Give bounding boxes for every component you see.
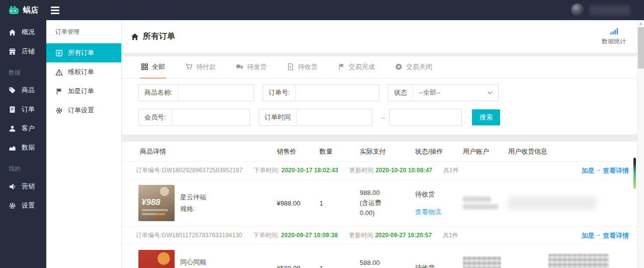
sidebar-label: 订单: [22, 105, 35, 114]
chevron-down-icon: [488, 91, 493, 95]
app-logo[interactable]: 蜗店: [0, 6, 46, 15]
col-user-account: 用户账户: [460, 147, 506, 156]
product-name: 同心同顺: [180, 256, 206, 268]
link-separator: -: [598, 166, 600, 175]
detail-link[interactable]: 查看详情: [603, 231, 629, 240]
tab-all[interactable]: 全部: [140, 56, 166, 79]
submenu-label: 加星订单: [68, 87, 94, 96]
status-selected-value: --全部--: [419, 88, 440, 97]
product-row: ¥588 同心同顺 规格: ¥588.00 1 588.00 (含运费 待收货: [122, 245, 644, 268]
tab-closed[interactable]: 交易关闭: [394, 56, 433, 79]
created-time: 2020-09-27 10:09:38: [281, 232, 338, 239]
logo-text: 蜗店: [23, 6, 38, 15]
member-no-label: 会员号:: [139, 109, 172, 125]
status-field: 状态 --全部--: [388, 84, 499, 101]
list-icon: [55, 49, 63, 57]
tab-label: 交易完成: [349, 62, 375, 72]
order-status: 待收货: [415, 263, 460, 268]
submenu-item-dispute-orders[interactable]: 维权订单: [46, 62, 121, 82]
order-time-end-input[interactable]: [389, 109, 462, 126]
submenu-label: 维权订单: [68, 68, 94, 77]
table-header-row: 商品详情 销售价 数量 实际支付 状态/操作 用户账户 用户收货信息: [122, 142, 644, 162]
sale-price: ¥988.00: [269, 199, 314, 207]
order-no-field: 订单号:: [263, 84, 380, 101]
item-count: 共1件: [443, 231, 458, 240]
tab-label: 交易关闭: [406, 62, 432, 72]
order-status: 待收货: [415, 189, 460, 199]
col-quantity: 数量: [314, 147, 357, 156]
updated-label: 更新时间: [349, 232, 373, 239]
data-statistics-link[interactable]: 数据统计: [602, 27, 629, 46]
tab-pending-payment[interactable]: 待付款: [184, 56, 217, 79]
star-link[interactable]: 加星: [582, 166, 595, 175]
product-row: ¥988 星云伴福 规格: ¥988.00 1 988.00 (含运费 0.00…: [122, 180, 644, 227]
scroll-up-arrow[interactable]: ▲: [637, 20, 644, 27]
scrollbar-thumb[interactable]: [638, 27, 644, 69]
submenu-title: 订单管理: [46, 20, 121, 43]
actual-payment: 588.00 (含运费: [357, 258, 413, 268]
product-name: 星云伴福: [180, 191, 206, 203]
sidebar-item-settings[interactable]: 设置: [0, 196, 46, 215]
product-image: ¥588: [138, 250, 175, 268]
sidebar-section-mine: 我的: [0, 157, 46, 177]
quantity: 1: [314, 199, 357, 207]
delivery-info-redacted: [506, 254, 644, 268]
flag-icon: [338, 63, 345, 71]
submenu-item-order-settings[interactable]: 订单设置: [46, 101, 121, 120]
col-sale-price: 销售价: [269, 147, 314, 156]
search-button[interactable]: 搜索: [472, 109, 500, 125]
order-no: GW160292896372583952197: [162, 167, 243, 174]
submenu-label: 订单设置: [68, 106, 94, 115]
sale-price: ¥588.00: [269, 264, 314, 268]
tab-pending-receipt[interactable]: 待收货: [286, 56, 318, 79]
status-select[interactable]: --全部--: [413, 85, 498, 101]
sidebar-item-overview[interactable]: 概况: [0, 23, 46, 42]
order-time-label: 订单时间: [259, 109, 296, 125]
paid-amount: 588.00: [360, 258, 413, 268]
order-time-field: 订单时间: [259, 109, 372, 126]
filter-card: 全部 待付款 待发货 待收货 交易完成: [122, 56, 644, 135]
page-title: 所有订单: [131, 31, 175, 42]
created-time: 2020-10-17 18:02:43: [282, 167, 339, 174]
link-separator: -: [598, 231, 600, 240]
search-form: 商品名称: 订单号: 状态 --全部--: [122, 79, 644, 135]
tab-completed[interactable]: 交易完成: [337, 56, 376, 79]
quantity: 1: [314, 264, 357, 268]
order-no-input[interactable]: [295, 85, 379, 101]
actual-payment: 988.00 (含运费 0.00): [357, 188, 413, 218]
flag-icon: [55, 88, 63, 95]
user-menu[interactable]: [571, 4, 644, 17]
view-logistics-link[interactable]: 查看物流: [415, 207, 441, 217]
submenu-item-starred-orders[interactable]: 加星订单: [46, 82, 121, 101]
sidebar-label: 店铺: [22, 47, 35, 56]
avatar[interactable]: [571, 4, 584, 17]
sidebar-item-orders[interactable]: 订单: [0, 100, 46, 119]
col-status-operation: 状态/操作: [413, 147, 460, 156]
sidebar-item-products[interactable]: 商品: [0, 81, 46, 100]
order-no-label: 订单编号:: [136, 232, 162, 239]
sidebar-item-customers[interactable]: 客户: [0, 119, 46, 138]
sidebar-label: 设置: [22, 201, 35, 210]
sidebar-item-marketing[interactable]: 营销: [0, 177, 46, 196]
star-link[interactable]: 加星: [582, 231, 595, 240]
order-time-start-input[interactable]: [296, 109, 372, 125]
order-no-label: 订单编号:: [136, 167, 162, 174]
member-no-input[interactable]: [172, 109, 250, 125]
tab-pending-shipment[interactable]: 待发货: [235, 56, 268, 79]
hamburger-icon[interactable]: [51, 7, 59, 14]
detail-link[interactable]: 查看详情: [603, 166, 629, 175]
sidebar-label: 商品: [22, 86, 35, 95]
bar-chart-icon: [610, 27, 618, 35]
sidebar-item-shop[interactable]: 店铺: [0, 42, 46, 61]
main-content: 所有订单 数据统计 全部 待付款 待发货: [122, 20, 644, 268]
status-label: 状态: [388, 85, 413, 101]
vertical-scrollbar: ▲: [637, 20, 644, 268]
order-no: GW160117257837633194130: [162, 232, 242, 239]
stats-label: 数据统计: [602, 37, 626, 46]
orders-table: 商品详情 销售价 数量 实际支付 状态/操作 用户账户 用户收货信息 订单编号:…: [122, 142, 644, 268]
product-image-price: ¥988: [141, 197, 160, 208]
username-redacted: [590, 5, 630, 16]
product-name-input[interactable]: [178, 85, 254, 101]
submenu-item-all-orders[interactable]: 所有订单: [46, 43, 121, 62]
sidebar-item-statistics[interactable]: 数据: [0, 138, 46, 157]
